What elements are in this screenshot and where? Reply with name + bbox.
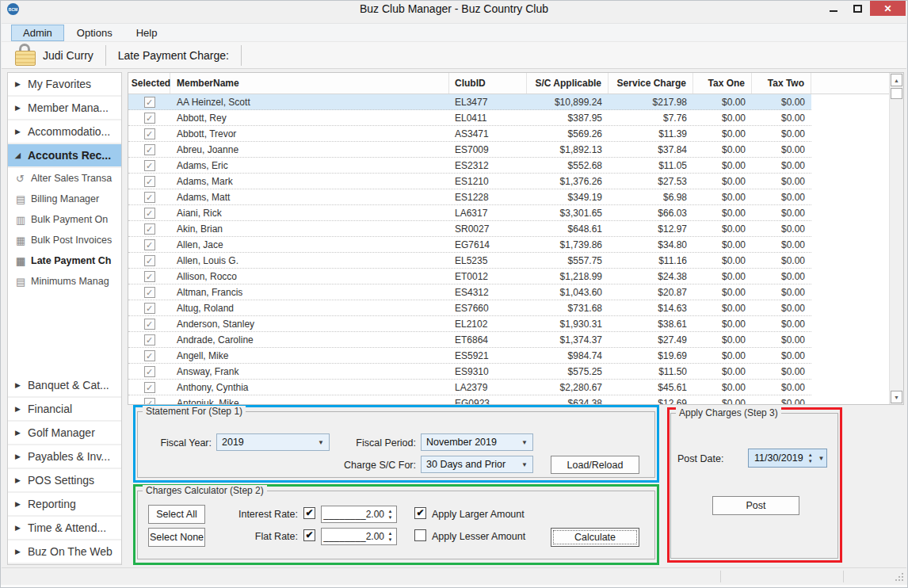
- apply-larger-amount-checkbox[interactable]: ✔: [414, 507, 426, 519]
- row-selected-checkbox[interactable]: ✓: [144, 223, 155, 235]
- table-row[interactable]: ✓Akin, BrianSR0027$648.61$12.97$0.00$0.0…: [128, 221, 811, 237]
- post-date-field[interactable]: 11/30/2019 ▲▼ ▼: [748, 449, 827, 468]
- select-none-button[interactable]: Select None: [148, 528, 205, 547]
- table-row[interactable]: ✓Abreu, JoanneES7009$1,892.13$37.84$0.00…: [128, 142, 811, 158]
- resize-grip[interactable]: [895, 573, 903, 582]
- row-selected-checkbox[interactable]: ✓: [144, 334, 155, 346]
- table-row[interactable]: ✓Antoniuk, MikeEG0923$634.38$12.69$0.00$…: [128, 395, 811, 404]
- row-selected-checkbox[interactable]: ✓: [144, 97, 155, 108]
- cell-service-charge: $11.39: [609, 126, 693, 141]
- table-row[interactable]: ✓Altman, FrancisES4312$1,043.60$20.87$0.…: [128, 284, 811, 300]
- sidebar-item-bulk-payment-on[interactable]: ▥Bulk Payment On: [8, 209, 121, 230]
- spinner-up-down-icon[interactable]: ▲▼: [384, 509, 396, 520]
- row-selected-checkbox[interactable]: ✓: [144, 255, 155, 266]
- close-button[interactable]: ✕: [870, 1, 906, 16]
- sidebar-group-reporting[interactable]: ▶Reporting: [8, 493, 121, 517]
- sidebar-item-billing-manager[interactable]: ▤Billing Manager: [8, 189, 121, 209]
- column-header-tax-two[interactable]: Tax Two: [752, 73, 811, 94]
- table-row[interactable]: ✓Altug, RolandES7660$731.68$14.63$0.00$0…: [128, 300, 811, 316]
- column-header-selected[interactable]: Selected: [128, 73, 170, 94]
- table-row[interactable]: ✓Anderson, StanleyEL2102$1,930.31$38.61$…: [128, 316, 811, 332]
- table-row[interactable]: ✓Adams, EricES2312$552.68$11.05$0.00$0.0…: [128, 158, 811, 174]
- table-row[interactable]: ✓Angell, MikeES5921$984.74$19.69$0.00$0.…: [128, 348, 811, 364]
- select-all-button[interactable]: Select All: [148, 505, 205, 524]
- sidebar-group-financial[interactable]: ▶Financial: [8, 398, 121, 422]
- sidebar-item-bulk-post-invoices[interactable]: ▦Bulk Post Invoices: [8, 230, 121, 250]
- row-selected-checkbox[interactable]: ✓: [144, 271, 155, 282]
- table-row[interactable]: ✓Adams, MattES1228$349.19$6.98$0.00$0.00: [128, 189, 811, 205]
- row-selected-checkbox[interactable]: ✓: [144, 303, 155, 314]
- spinner-up-down-icon[interactable]: ▲▼: [384, 531, 396, 542]
- table-row[interactable]: ✓AA Heinzel, ScottEL3477$10,899.24$217.9…: [128, 94, 811, 110]
- spinner-up-down-icon[interactable]: ▲▼: [808, 452, 813, 464]
- scroll-up-button[interactable]: ▲: [891, 74, 902, 86]
- sidebar-group-buz-on-the-web[interactable]: ▶Buz On The Web: [8, 540, 121, 564]
- scroll-down-button[interactable]: ▼: [891, 391, 902, 403]
- row-selected-checkbox[interactable]: ✓: [144, 350, 155, 361]
- row-selected-checkbox[interactable]: ✓: [144, 239, 155, 250]
- row-selected-checkbox[interactable]: ✓: [144, 398, 155, 405]
- maximize-button[interactable]: [845, 1, 870, 16]
- row-selected-checkbox[interactable]: ✓: [144, 192, 155, 203]
- column-header-service-charge[interactable]: Service Charge: [609, 73, 693, 94]
- sidebar-group-time-attend-[interactable]: ▶Time & Attend...: [8, 517, 121, 540]
- cell-membername: Altman, Francis: [170, 284, 449, 300]
- row-selected-checkbox[interactable]: ✓: [144, 176, 155, 187]
- vertical-scrollbar[interactable]: ▲ ▼: [889, 73, 903, 404]
- table-row[interactable]: ✓Andrade, CarolineET6864$1,374.37$27.49$…: [128, 332, 811, 348]
- sidebar-group-golf-manager[interactable]: ▶Golf Manager: [8, 422, 121, 445]
- column-header-tax-one[interactable]: Tax One: [693, 73, 752, 94]
- column-header-clubid[interactable]: ClubID: [449, 73, 527, 94]
- table-row[interactable]: ✓Answay, FrankES9310$575.25$11.50$0.00$0…: [128, 364, 811, 380]
- menu-item-help[interactable]: Help: [125, 25, 169, 40]
- sidebar-item-late-payment-ch[interactable]: ▦Late Payment Ch: [8, 250, 121, 271]
- calculate-button[interactable]: Calculate: [551, 528, 639, 547]
- row-selected-checkbox[interactable]: ✓: [144, 113, 155, 124]
- table-row[interactable]: ✓Abbott, ReyEL0411$387.95$7.76$0.00$0.00: [128, 110, 811, 126]
- sidebar-group-banquet-cat-[interactable]: ▶Banquet & Cat...: [8, 374, 121, 398]
- row-selected-checkbox[interactable]: ✓: [144, 319, 155, 330]
- column-header-s-c-applicable[interactable]: S/C Applicable: [527, 73, 609, 94]
- menu-item-admin[interactable]: Admin: [11, 25, 64, 41]
- row-selected-checkbox[interactable]: ✓: [144, 144, 155, 155]
- collapsed-triangle-icon: ▶: [15, 548, 28, 556]
- table-row[interactable]: ✓Allen, Louis G.EL5235$557.75$11.16$0.00…: [128, 253, 811, 269]
- fiscal-year-dropdown[interactable]: 2019 ▼: [216, 433, 330, 451]
- table-row[interactable]: ✓Abbott, TrevorAS3471$569.26$11.39$0.00$…: [128, 126, 811, 142]
- sidebar-group-accounts-rec-[interactable]: ◢Accounts Rec...: [8, 144, 121, 168]
- table-row[interactable]: ✓Allison, RoccoET0012$1,218.99$24.38$0.0…: [128, 269, 811, 284]
- row-selected-checkbox[interactable]: ✓: [144, 128, 155, 139]
- focus-rectangle: [553, 530, 637, 544]
- row-selected-checkbox[interactable]: ✓: [144, 208, 155, 219]
- sidebar-group-payables-inv-[interactable]: ▶Payables & Inv...: [8, 445, 121, 469]
- minimize-button[interactable]: [821, 1, 845, 16]
- row-selected-checkbox[interactable]: ✓: [144, 287, 155, 298]
- flat-rate-field[interactable]: ________2.00 ▲▼: [321, 528, 397, 545]
- apply-lesser-amount-checkbox[interactable]: [414, 529, 426, 541]
- row-selected-checkbox[interactable]: ✓: [144, 160, 155, 171]
- fiscal-period-dropdown[interactable]: November 2019 ▼: [421, 433, 533, 451]
- sidebar-item-minimums-manag[interactable]: ▤Minimums Manag: [8, 271, 121, 292]
- cell-service-charge: $34.80: [609, 237, 693, 252]
- flat-rate-checkbox[interactable]: ✔: [303, 529, 315, 541]
- sidebar-group-my-favorites[interactable]: ▶My Favorites: [8, 73, 121, 97]
- load-reload-button[interactable]: Load/Reload: [551, 456, 639, 474]
- table-row[interactable]: ✓Adams, MarkES1210$1,376.26$27.53$0.00$0…: [128, 174, 811, 189]
- sidebar-item-alter-sales-transa[interactable]: ↺Alter Sales Transa: [8, 168, 121, 189]
- sidebar-group-accommodatio-[interactable]: ▶Accommodatio...: [8, 120, 121, 144]
- post-button[interactable]: Post: [712, 496, 799, 515]
- interest-rate-checkbox[interactable]: ✔: [303, 507, 315, 519]
- charge-sc-for-dropdown[interactable]: 30 Days and Prior ▼: [421, 456, 533, 473]
- sidebar-group-pos-settings[interactable]: ▶POS Settings: [8, 469, 121, 493]
- row-selected-checkbox[interactable]: ✓: [144, 366, 155, 377]
- table-row[interactable]: ✓Aiani, RickLA6317$3,301.65$66.03$0.00$0…: [128, 205, 811, 221]
- scrollbar-thumb[interactable]: [891, 88, 902, 99]
- column-header-membername[interactable]: MemberName: [170, 73, 449, 94]
- menu-item-options[interactable]: Options: [66, 25, 124, 40]
- table-row[interactable]: ✓Anthony, CynthiaLA2379$2,280.67$45.61$0…: [128, 380, 811, 395]
- chevron-down-icon[interactable]: ▼: [818, 455, 825, 462]
- sidebar-group-member-mana-[interactable]: ▶Member Mana...: [8, 97, 121, 120]
- row-selected-checkbox[interactable]: ✓: [144, 382, 155, 393]
- interest-rate-field[interactable]: ________2.00 ▲▼: [321, 506, 397, 523]
- table-row[interactable]: ✓Allen, JaceEG7614$1,739.86$34.80$0.00$0…: [128, 237, 811, 253]
